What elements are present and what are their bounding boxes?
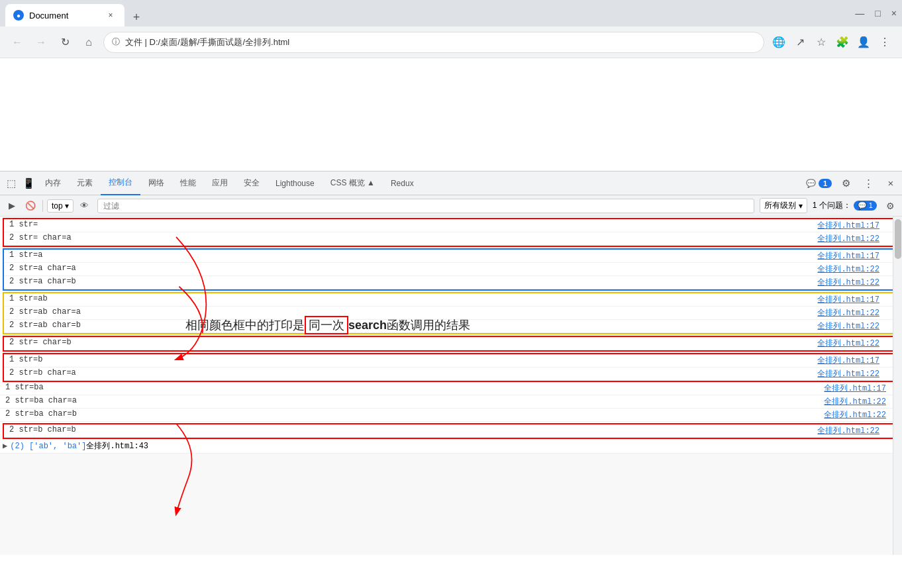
devtools-close-icon[interactable]: × — [882, 175, 899, 192]
tab-security[interactable]: 安全 — [236, 172, 268, 195]
console-content-wrapper: 1 str= 全排列.html:17 2 str= char=a 全排列.htm… — [0, 217, 902, 555]
toolbar-icons: 🌐 ↗ ☆ 🧩 👤 ⋮ — [770, 33, 894, 52]
file-link[interactable]: 全排列.html:17 — [817, 220, 890, 231]
url-secure-icon: ⓘ — [112, 36, 120, 48]
menu-icon[interactable]: ⋮ — [876, 33, 894, 52]
address-bar: ← → ↻ ⌂ ⓘ 文件 | D:/桌面/题解/手撕面试题/全排列.html 🌐… — [0, 26, 902, 58]
file-link[interactable]: 全排列.html:17 — [817, 355, 890, 366]
context-selector[interactable]: top ▾ — [47, 199, 74, 213]
result-row: ▶ (2) ['ab', 'ba'] 全排列.html:43 — [0, 439, 902, 454]
new-tab-button[interactable]: + — [127, 8, 146, 26]
profile-icon[interactable]: 👤 — [854, 33, 873, 52]
back-button[interactable]: ← — [8, 33, 26, 52]
tab-area: ● Document × + — [5, 0, 850, 26]
url-bar[interactable]: ⓘ 文件 | D:/桌面/题解/手撕面试题/全排列.html — [103, 32, 764, 53]
url-text: 文件 | D:/桌面/题解/手撕面试题/全排列.html — [125, 36, 289, 48]
device-toolbar-icon[interactable]: 📱 — [20, 175, 37, 192]
tab-console[interactable]: 控制台 — [101, 172, 140, 195]
console-row: 2 str=ab char=a 全排列.html:22 — [4, 307, 895, 320]
expand-arrow-icon[interactable]: ▶ — [3, 441, 7, 451]
run-script-button[interactable]: ▶ — [4, 198, 20, 214]
file-link[interactable]: 全排列.html:22 — [817, 264, 890, 275]
toolbar-divider — [42, 200, 43, 212]
eye-icon[interactable]: 👁 — [76, 198, 92, 214]
level-label: 所有级别 — [764, 200, 796, 211]
devtools-settings-icon[interactable]: ⚙ — [837, 175, 854, 192]
translate-icon[interactable]: 🌐 — [770, 33, 788, 52]
console-row: 2 str= char=a 全排列.html:22 — [4, 232, 895, 246]
extension-icon[interactable]: 🧩 — [833, 33, 852, 52]
issues-badge: 💬 1 — [854, 201, 877, 211]
reload-button[interactable]: ↻ — [56, 33, 74, 52]
devtools-tabs-right: 💬 1 ⚙ ⋮ × — [806, 175, 899, 192]
tab-memory[interactable]: 内存 — [37, 172, 69, 195]
file-link[interactable]: 全排列.html:22 — [824, 409, 897, 420]
tab-network[interactable]: 网络 — [140, 172, 172, 195]
forward-button[interactable]: → — [32, 33, 50, 52]
share-icon[interactable]: ↗ — [791, 33, 809, 52]
page-content — [0, 58, 902, 171]
issues-area: 1 个问题： 💬 1 — [813, 200, 877, 211]
bookmark-icon[interactable]: ☆ — [812, 33, 830, 52]
console-settings-icon[interactable]: ⚙ — [882, 198, 898, 214]
issues-label: 1 个问题： — [813, 200, 851, 211]
tab-title: Document — [29, 11, 68, 21]
maximize-button[interactable]: □ — [875, 8, 880, 19]
file-link[interactable]: 全排列.html:17 — [817, 250, 890, 262]
tab-application[interactable]: 应用 — [204, 172, 236, 195]
console-row: 1 str= 全排列.html:17 — [4, 219, 895, 232]
file-link[interactable]: 全排列.html:22 — [817, 320, 890, 332]
message-badge: 1 — [819, 179, 832, 188]
devtools-tabs: ⬚ 📱 内存 元素 控制台 网络 性能 应用 安全 Lighthouse CSS… — [0, 172, 902, 195]
file-link[interactable]: 全排列.html:22 — [817, 277, 890, 288]
tab-performance[interactable]: 性能 — [172, 172, 204, 195]
console-row: 2 str=ba char=b 全排列.html:22 — [0, 409, 902, 422]
file-link[interactable]: 全排列.html:17 — [824, 383, 897, 394]
tab-redux[interactable]: Redux — [383, 172, 422, 195]
browser-tab[interactable]: ● Document × — [5, 4, 125, 26]
console-row: 2 str= char=b 全排列.html:22 — [4, 337, 895, 350]
console-row: 2 str=b char=a 全排列.html:22 — [4, 368, 895, 381]
file-link[interactable]: 全排列.html:22 — [817, 307, 890, 318]
tab-favicon: ● — [13, 10, 24, 21]
console-row: 2 str=a char=b 全排列.html:22 — [4, 276, 895, 289]
message-icon: 💬 — [806, 179, 816, 188]
tab-lighthouse[interactable]: Lighthouse — [268, 172, 323, 195]
file-link[interactable]: 全排列.html:17 — [817, 294, 890, 305]
file-link[interactable]: 全排列.html:43 — [86, 440, 148, 452]
clear-console-button[interactable]: 🚫 — [23, 198, 38, 214]
tab-css-overview[interactable]: CSS 概览 ▲ — [323, 172, 383, 195]
context-label: top ▾ — [52, 201, 69, 211]
console-content[interactable]: 1 str= 全排列.html:17 2 str= char=a 全排列.htm… — [0, 217, 902, 454]
scrollbar[interactable] — [893, 217, 902, 555]
file-link[interactable]: 全排列.html:22 — [817, 368, 890, 379]
console-row: 1 str=ba 全排列.html:17 — [0, 382, 902, 395]
devtools-more-icon[interactable]: ⋮ — [860, 175, 877, 192]
scrollbar-thumb[interactable] — [895, 219, 901, 259]
console-row: 1 str=b 全排列.html:17 — [4, 354, 895, 368]
inspect-element-icon[interactable]: ⬚ — [3, 175, 20, 192]
level-arrow: ▾ — [799, 201, 803, 211]
file-link[interactable]: 全排列.html:22 — [817, 425, 890, 436]
level-selector[interactable]: 所有级别 ▾ — [760, 198, 807, 213]
file-link[interactable]: 全排列.html:22 — [817, 338, 890, 349]
minimize-button[interactable]: — — [855, 8, 864, 19]
console-row: 1 str=a 全排列.html:17 — [4, 250, 895, 263]
console-row: 1 str=ab 全排列.html:17 — [4, 293, 895, 307]
file-link[interactable]: 全排列.html:22 — [824, 396, 897, 407]
console-row: 2 str=ba char=a 全排列.html:22 — [0, 395, 902, 409]
window-controls: — □ × — [855, 8, 897, 19]
tab-elements[interactable]: 元素 — [69, 172, 101, 195]
console-toolbar: ▶ 🚫 top ▾ 👁 所有级别 ▾ 1 个问题： 💬 1 ⚙ — [0, 195, 902, 217]
console-row: 2 str=b char=b 全排列.html:22 — [4, 424, 895, 438]
home-button[interactable]: ⌂ — [79, 33, 98, 52]
devtools-panel: ⬚ 📱 内存 元素 控制台 网络 性能 应用 安全 Lighthouse CSS… — [0, 171, 902, 555]
title-bar: ● Document × + — □ × — [0, 0, 902, 26]
tab-close-button[interactable]: × — [105, 9, 117, 21]
filter-input[interactable] — [97, 199, 754, 213]
console-row: 2 str=ab char=b 全排列.html:22 — [4, 320, 895, 333]
console-row: 2 str=a char=a 全排列.html:22 — [4, 263, 895, 276]
close-window-button[interactable]: × — [891, 8, 897, 19]
file-link[interactable]: 全排列.html:22 — [817, 233, 890, 244]
